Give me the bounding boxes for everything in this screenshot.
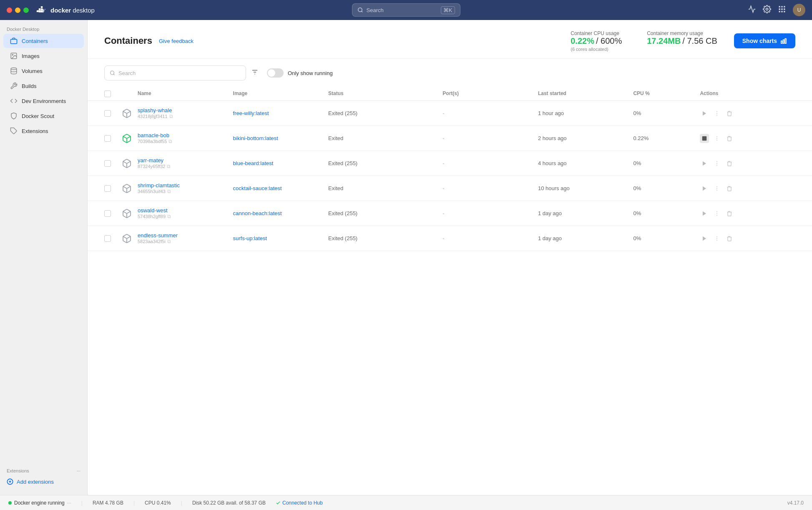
show-charts-button[interactable]: Show charts	[734, 33, 795, 48]
row-select-checkbox[interactable]	[104, 235, 111, 242]
resource-stats: Container CPU usage 0.22% / 600% (6 core…	[571, 30, 717, 52]
more-actions-button[interactable]	[712, 209, 721, 218]
settings-icon[interactable]	[763, 5, 771, 15]
table-row: yarr-matey 87324y65ff32 ⧉ blue-beard:lat…	[88, 151, 812, 176]
container-id: 43218j8jjf3411 ⧉	[138, 113, 233, 119]
sidebar-item-volumes[interactable]: Volumes	[3, 64, 84, 78]
svg-rect-11	[784, 6, 785, 7]
more-actions-button[interactable]	[712, 134, 721, 143]
container-name-link[interactable]: yarr-matey	[138, 157, 163, 163]
cpu-sub: (6 cores allocated)	[571, 47, 622, 52]
start-button[interactable]	[700, 159, 709, 168]
table-row: endless-summer 5823aa342f5i ⧉ surfs-up:l…	[88, 226, 812, 251]
user-avatar[interactable]: U	[793, 4, 805, 16]
sidebar-item-docker-scout[interactable]: Docker Scout	[3, 109, 84, 123]
image-link[interactable]: cocktail-sauce:latest	[233, 185, 282, 191]
start-button[interactable]	[700, 109, 709, 118]
docker-logo-icon	[35, 4, 47, 16]
add-extensions-button[interactable]: Add extensions	[0, 475, 87, 488]
copy-id-button[interactable]: ⧉	[167, 214, 171, 219]
more-actions-button[interactable]	[712, 109, 721, 118]
sidebar-item-images[interactable]: Images	[3, 49, 84, 63]
svg-rect-16	[781, 11, 782, 12]
row-select-checkbox[interactable]	[104, 185, 111, 192]
container-search-input[interactable]	[118, 70, 241, 76]
row-ports: -	[442, 110, 538, 116]
row-status: Exited (255)	[328, 210, 442, 216]
minimize-button[interactable]	[15, 8, 20, 13]
sidebar-item-builds[interactable]: Builds	[3, 79, 84, 93]
more-actions-button[interactable]	[712, 159, 721, 168]
row-select-checkbox[interactable]	[104, 110, 111, 117]
image-link[interactable]: surfs-up:latest	[233, 235, 267, 241]
mem-value: 17.24MB	[647, 36, 681, 46]
copy-id-button[interactable]: ⧉	[167, 239, 171, 244]
container-search-box[interactable]	[104, 65, 246, 80]
col-name: Name	[138, 90, 233, 97]
sidebar-item-dev-environments[interactable]: Dev Environments	[3, 94, 84, 108]
select-all-checkbox[interactable]	[104, 90, 111, 97]
image-link[interactable]: free-willy:latest	[233, 110, 269, 116]
builds-icon	[10, 82, 18, 90]
row-select-checkbox[interactable]	[104, 160, 111, 167]
more-icon	[714, 161, 720, 166]
container-name-link[interactable]: shrimp-clamtastic	[138, 182, 180, 188]
row-actions	[700, 134, 795, 143]
maximize-button[interactable]	[23, 8, 29, 13]
image-link[interactable]: bikini-bottom:latest	[233, 135, 278, 141]
hub-link[interactable]: Connected to Hub	[276, 500, 323, 506]
toggle-knob	[268, 69, 275, 77]
feedback-link[interactable]: Give feedback	[159, 38, 194, 44]
start-button[interactable]	[700, 184, 709, 193]
delete-button[interactable]	[725, 159, 734, 168]
row-select-checkbox[interactable]	[104, 135, 111, 142]
engine-more-button[interactable]: ···	[67, 500, 71, 506]
search-kbd: ⌘K	[441, 6, 455, 14]
table-header: Name Image Status Port(s) Last started C…	[88, 87, 812, 101]
table-row: splashy-whale 43218j8jjf3411 ⧉ free-will…	[88, 101, 812, 126]
only-show-running-toggle[interactable]	[267, 68, 284, 78]
filter-button[interactable]	[251, 68, 259, 78]
delete-button[interactable]	[725, 134, 734, 143]
container-name-link[interactable]: barnacle-bob	[138, 132, 169, 138]
image-link[interactable]: cannon-beach:latest	[233, 210, 282, 216]
copy-id-button[interactable]: ⧉	[167, 188, 171, 194]
row-select-checkbox[interactable]	[104, 210, 111, 217]
page-title: Containers	[104, 35, 152, 46]
sidebar-containers-label: Containers	[22, 38, 48, 44]
grid-icon[interactable]	[778, 5, 786, 15]
copy-id-button[interactable]: ⧉	[169, 113, 173, 119]
delete-button[interactable]	[725, 109, 734, 118]
close-button[interactable]	[7, 8, 12, 13]
start-button[interactable]	[700, 209, 709, 218]
container-name-link[interactable]: splashy-whale	[138, 107, 172, 113]
window-controls	[7, 8, 29, 13]
svg-point-47	[717, 165, 718, 166]
sidebar-item-extensions[interactable]: Extensions	[3, 124, 84, 138]
trash-icon	[727, 161, 732, 166]
copy-id-button[interactable]: ⧉	[168, 138, 172, 144]
global-search-bar[interactable]: Search ⌘K	[352, 3, 460, 17]
delete-button[interactable]	[725, 234, 734, 243]
stop-button[interactable]	[700, 134, 709, 143]
container-id: 5823aa342f5i ⧉	[138, 239, 233, 244]
image-link[interactable]: blue-beard:latest	[233, 160, 274, 166]
cpu-stat-block: Container CPU usage 0.22% / 600% (6 core…	[571, 30, 622, 52]
container-name-link[interactable]: oswald-west	[138, 207, 168, 214]
delete-button[interactable]	[725, 209, 734, 218]
sidebar-item-containers[interactable]: Containers	[3, 34, 84, 48]
more-actions-button[interactable]	[712, 234, 721, 243]
more-actions-button[interactable]	[712, 184, 721, 193]
svg-rect-10	[781, 6, 782, 7]
copy-id-button[interactable]: ⧉	[167, 163, 171, 169]
svg-point-29	[111, 71, 114, 75]
svg-rect-3	[39, 8, 40, 10]
delete-button[interactable]	[725, 184, 734, 193]
start-button[interactable]	[700, 234, 709, 243]
notification-icon[interactable]	[748, 5, 756, 15]
row-name-cell: endless-summer 5823aa342f5i ⧉	[138, 232, 233, 244]
container-name-link[interactable]: endless-summer	[138, 232, 178, 239]
row-last-started: 2 hours ago	[538, 135, 634, 141]
extensions-more-button[interactable]: ···	[77, 468, 80, 473]
container-id-text: 70398a3bdf55	[138, 139, 167, 144]
